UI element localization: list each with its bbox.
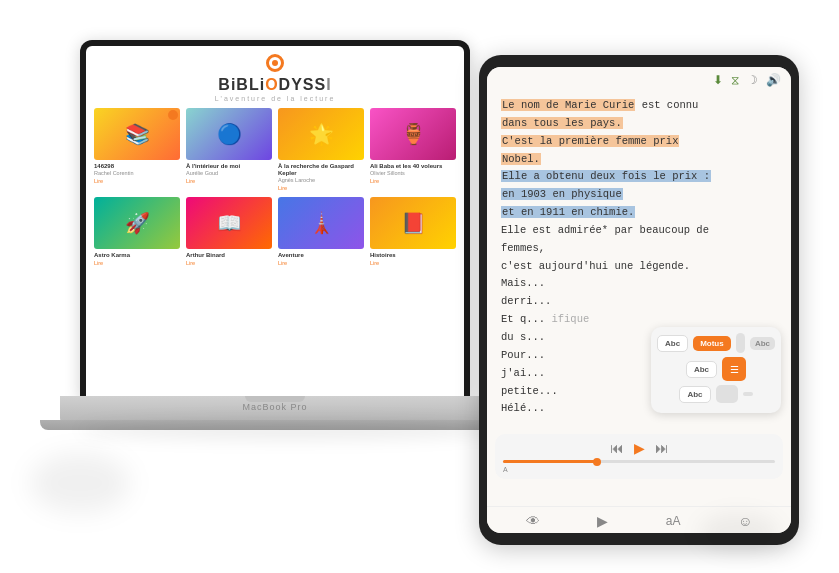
popup-abc-btn-4[interactable]: Abc (679, 386, 710, 403)
book-link[interactable]: Lire (94, 260, 103, 266)
book-author: Rachel Corentin (94, 170, 133, 177)
list-item: 🌟 À la recherche de Gaspard Kepler Agnès… (278, 108, 364, 191)
book-cover: 🌟 (278, 108, 364, 160)
app-header: BiBLiODYSSI L'aventure de la lecture (94, 54, 456, 102)
list-item: 📕 Histoires Lire (370, 197, 456, 266)
book-link[interactable]: Lire (94, 178, 103, 184)
play-icon[interactable]: ▶ (597, 513, 608, 529)
popup-abc-btn-2[interactable]: Abc (750, 337, 775, 350)
book-title: Aventure (278, 252, 304, 259)
book-badge (168, 110, 178, 120)
text-line: Mais... (501, 275, 777, 293)
book-link[interactable]: Lire (186, 178, 195, 184)
list-item: 📚 146298 Rachel Corentin Lire (94, 108, 180, 191)
split-icon[interactable]: ⧖ (731, 73, 739, 87)
laptop-screen-outer: BiBLiODYSSI L'aventure de la lecture 📚 1… (80, 40, 470, 400)
popup-row-1: Abc Motus Abc (657, 333, 775, 353)
audio-player: ⏮ ▶ ⏭ A (495, 434, 783, 479)
text-line: c'est aujourd'hui une légende. (501, 258, 777, 276)
book-title: Histoires (370, 252, 396, 259)
list-item: 📖 Arthur Binard Lire (186, 197, 272, 266)
book-cover: 🚀 (94, 197, 180, 249)
laptop-shadow (80, 420, 500, 440)
next-button[interactable]: ⏭ (655, 440, 669, 456)
download-icon[interactable]: ⬇ (713, 73, 723, 87)
tablet-screen: ⬇ ⧖ ☽ 🔊 Le nom de Marie Curie est connu … (487, 67, 791, 533)
book-cover: 📚 (94, 108, 180, 160)
text-line: Elle est admirée* par beaucoup de (501, 222, 777, 240)
player-speed-row: A (503, 466, 775, 473)
text-line: C'est la première femme prix (501, 133, 777, 151)
book-author: Agnès Laroche (278, 177, 315, 184)
popup-gray-btn-3[interactable] (743, 392, 753, 396)
moon-icon[interactable]: ☽ (747, 73, 758, 87)
popup-abc-btn-1[interactable]: Abc (657, 335, 688, 352)
book-title: Ali Baba et les 40 voleurs (370, 163, 442, 170)
eye-icon[interactable]: 👁 (526, 513, 540, 529)
bibliodyssee-screen: BiBLiODYSSI L'aventure de la lecture 📚 1… (86, 46, 464, 398)
text-line: Le nom de Marie Curie est connu (501, 97, 777, 115)
text-line: Elle a obtenu deux fois le prix : (501, 168, 777, 186)
list-item: 🚀 Astro Karma Lire (94, 197, 180, 266)
book-link[interactable]: Lire (278, 185, 287, 191)
popup-motus-btn[interactable]: Motus (693, 336, 731, 351)
book-title: À l'intérieur de moi (186, 163, 240, 170)
laptop-device: BiBLiODYSSI L'aventure de la lecture 📚 1… (60, 40, 490, 520)
book-cover: 🔵 (186, 108, 272, 160)
volume-icon[interactable]: 🔊 (766, 73, 781, 87)
popup-row-2: Abc ☰ (657, 357, 775, 381)
text-line: femmes, (501, 240, 777, 258)
text-line: et en 1911 en chimie. (501, 204, 777, 222)
logo-text: BiBLiODYSSI (218, 76, 331, 94)
popup-row-3: Abc (657, 385, 775, 403)
book-author: Aurélie Goud (186, 170, 218, 177)
book-cover: 📕 (370, 197, 456, 249)
list-item: 🗼 Aventure Lire (278, 197, 364, 266)
laptop-model-label: MacBook Pro (215, 402, 335, 412)
progress-dot (593, 458, 601, 466)
popup-abc-btn-3[interactable]: Abc (686, 361, 717, 378)
decorative-shadow-left (30, 453, 130, 513)
book-title: À la recherche de Gaspard Kepler (278, 163, 364, 177)
text-line: dans tous les pays. (501, 115, 777, 133)
text-size-icon[interactable]: aA (666, 514, 681, 528)
book-link[interactable]: Lire (278, 260, 287, 266)
book-cover: 🏺 (370, 108, 456, 160)
book-title: Arthur Binard (186, 252, 225, 259)
book-cover: 📖 (186, 197, 272, 249)
logo-orange-o: O (265, 76, 278, 93)
books-grid: 📚 146298 Rachel Corentin Lire 🔵 À l'in (94, 108, 456, 266)
logo-tagline: L'aventure de la lecture (215, 95, 336, 102)
text-line: Nobel. (501, 151, 777, 169)
list-item: 🏺 Ali Baba et les 40 voleurs Olivier Sil… (370, 108, 456, 191)
popup-gray-btn-1[interactable] (736, 333, 745, 353)
logo-dot-icon (266, 54, 284, 72)
popup-gray-btn-2[interactable] (716, 385, 738, 403)
tablet-toolbar: ⬇ ⧖ ☽ 🔊 (487, 67, 791, 91)
tablet-device: ⬇ ⧖ ☽ 🔊 Le nom de Marie Curie est connu … (479, 55, 799, 545)
book-link[interactable]: Lire (370, 178, 379, 184)
text-style-popup: Abc Motus Abc Abc ☰ Abc (651, 327, 781, 413)
text-line: derri... (501, 293, 777, 311)
book-title: 146298 (94, 163, 114, 170)
speed-label: A (503, 466, 508, 473)
book-link[interactable]: Lire (370, 260, 379, 266)
prev-button[interactable]: ⏮ (610, 440, 624, 456)
main-scene: BiBLiODYSSI L'aventure de la lecture 📚 1… (0, 0, 839, 573)
book-cover: 🗼 (278, 197, 364, 249)
popup-menu-icon[interactable]: ☰ (722, 357, 746, 381)
player-controls: ⏮ ▶ ⏭ (503, 440, 775, 456)
book-link[interactable]: Lire (186, 260, 195, 266)
laptop-screen-inner: BiBLiODYSSI L'aventure de la lecture 📚 1… (86, 46, 464, 398)
decorative-shadow-right (699, 513, 779, 553)
text-line: en 1903 en physique (501, 186, 777, 204)
book-author: Olivier Sillonts (370, 170, 405, 177)
progress-bar[interactable] (503, 460, 775, 463)
progress-fill (503, 460, 598, 463)
list-item: 🔵 À l'intérieur de moi Aurélie Goud Lire (186, 108, 272, 191)
book-title: Astro Karma (94, 252, 130, 259)
play-button[interactable]: ▶ (634, 440, 645, 456)
